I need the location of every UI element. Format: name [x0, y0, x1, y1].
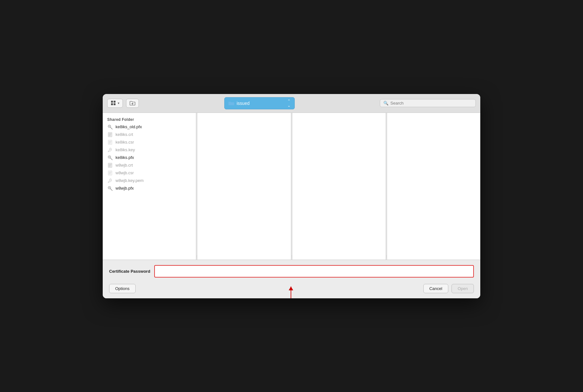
file-browser: Shared Folder ke8iks_old.pfx ke8iks.crt … [103, 113, 480, 260]
updown-chevron-icon: ⌃⌄ [287, 99, 291, 108]
svg-line-17 [110, 189, 112, 191]
folder-name-label: issued [237, 101, 250, 106]
svg-point-6 [109, 126, 110, 127]
open-dialog: ▾ issued ⌃⌄ 🔍 Shared [103, 94, 480, 298]
svg-line-11 [110, 158, 112, 160]
list-item[interactable]: w8wjb.key.pem [103, 177, 196, 184]
file-name: ke8iks.crt [116, 132, 133, 137]
search-box[interactable]: 🔍 [380, 99, 476, 107]
grid-icon [111, 100, 116, 106]
section-header: Shared Folder [103, 115, 196, 123]
crt-icon [107, 162, 113, 168]
list-item[interactable]: w8wjb.crt [103, 161, 196, 169]
pfx-icon [107, 155, 113, 161]
file-column-3 [292, 113, 386, 260]
right-buttons: Cancel Open [423, 284, 474, 293]
svg-point-9 [110, 149, 111, 150]
search-icon: 🔍 [383, 101, 388, 106]
bottom-panel: Certificate Password Enter Password Opti… [103, 260, 480, 298]
crt-icon [107, 132, 113, 137]
svg-point-12 [109, 156, 110, 158]
file-column-4 [387, 113, 480, 260]
svg-rect-0 [111, 101, 113, 103]
pfx-icon [107, 185, 113, 191]
svg-rect-2 [111, 103, 113, 105]
password-row: Certificate Password Enter Password [109, 265, 474, 278]
folder-icon [228, 101, 234, 106]
password-input-wrapper [154, 265, 474, 278]
svg-rect-3 [114, 103, 116, 105]
file-name: ke8iks.csr [116, 140, 134, 145]
file-name: ke8iks_old.pfx [116, 124, 142, 129]
open-button[interactable]: Open [451, 284, 474, 293]
file-name: ke8iks.key [116, 147, 135, 152]
file-name: w8wjb.pfx [116, 186, 134, 191]
folder-selector[interactable]: issued ⌃⌄ [224, 97, 295, 109]
file-name: w8wjb.key.pem [116, 178, 144, 183]
doc-icon [107, 139, 113, 145]
file-column-2 [197, 113, 291, 260]
list-item[interactable]: ke8iks.key [103, 146, 196, 154]
toolbar: ▾ issued ⌃⌄ 🔍 [103, 94, 480, 113]
options-button[interactable]: Options [109, 284, 136, 293]
action-row: Options Cancel Open [109, 284, 474, 293]
list-item[interactable]: ke8iks.pfx [103, 154, 196, 161]
list-item[interactable]: w8wjb.csr [103, 169, 196, 177]
svg-point-15 [110, 180, 111, 180]
new-folder-icon [130, 100, 135, 106]
svg-line-5 [110, 127, 112, 129]
search-input[interactable] [390, 101, 472, 106]
chevron-down-icon: ▾ [118, 101, 119, 105]
pfx-icon [107, 124, 113, 130]
key-icon [107, 147, 113, 153]
cancel-button[interactable]: Cancel [423, 284, 448, 293]
list-item[interactable]: ke8iks_old.pfx [103, 123, 196, 131]
key-icon [107, 178, 113, 184]
file-name: ke8iks.pfx [116, 155, 134, 160]
svg-point-18 [109, 187, 110, 188]
file-name: w8wjb.csr [116, 170, 134, 175]
list-item[interactable]: ke8iks.crt [103, 131, 196, 138]
list-item[interactable]: ke8iks.csr [103, 138, 196, 146]
view-toggle-button[interactable]: ▾ [107, 99, 123, 108]
list-item[interactable]: w8wjb.pfx [103, 184, 196, 192]
new-folder-button[interactable] [126, 99, 139, 108]
file-name: w8wjb.crt [116, 163, 133, 168]
svg-rect-1 [114, 101, 116, 103]
certificate-password-label: Certificate Password [109, 269, 150, 274]
file-column-1: Shared Folder ke8iks_old.pfx ke8iks.crt … [103, 113, 196, 260]
doc-icon [107, 170, 113, 176]
certificate-password-input[interactable] [156, 266, 473, 276]
